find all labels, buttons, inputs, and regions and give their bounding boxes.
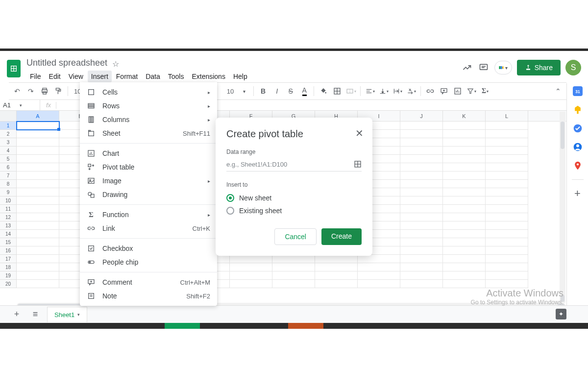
all-sheets-button[interactable]: ≡ bbox=[28, 308, 42, 321]
row-header[interactable]: 3 bbox=[0, 138, 17, 147]
cell[interactable] bbox=[443, 130, 486, 138]
cell[interactable] bbox=[272, 263, 315, 271]
cell[interactable] bbox=[443, 188, 486, 196]
cell[interactable] bbox=[400, 188, 443, 196]
vertical-scrollbar[interactable] bbox=[560, 112, 565, 303]
cell[interactable] bbox=[230, 255, 272, 263]
menu-extensions[interactable]: Extensions bbox=[188, 71, 228, 82]
cell[interactable] bbox=[400, 130, 443, 138]
menu-item-function[interactable]: ΣFunction▸ bbox=[80, 208, 217, 221]
close-icon[interactable]: ✕ bbox=[355, 127, 364, 139]
text-wrap-icon[interactable]: ▾ bbox=[392, 86, 403, 97]
column-header[interactable]: J bbox=[400, 111, 443, 121]
cell[interactable] bbox=[358, 280, 400, 288]
cell[interactable] bbox=[443, 155, 486, 163]
share-button[interactable]: Share bbox=[517, 60, 561, 75]
menu-format[interactable]: Format bbox=[113, 71, 141, 82]
meet-icon[interactable]: ▾ bbox=[494, 61, 512, 74]
cell[interactable] bbox=[17, 130, 59, 138]
menu-item-checkbox[interactable]: Checkbox bbox=[80, 242, 217, 255]
cell[interactable] bbox=[443, 213, 486, 221]
insert-link-icon[interactable] bbox=[425, 86, 436, 97]
doc-title[interactable]: Untitled spreadsheet bbox=[26, 58, 107, 68]
row-header[interactable]: 19 bbox=[0, 271, 17, 280]
cell[interactable] bbox=[17, 147, 59, 155]
maps-icon[interactable] bbox=[573, 161, 583, 171]
cell[interactable] bbox=[358, 263, 400, 271]
cell[interactable] bbox=[230, 263, 272, 271]
cell[interactable] bbox=[17, 255, 59, 263]
cell[interactable] bbox=[486, 138, 528, 147]
row-header[interactable]: 5 bbox=[0, 155, 17, 163]
menu-insert[interactable]: Insert bbox=[88, 71, 112, 82]
strikethrough-icon[interactable]: S bbox=[285, 86, 296, 97]
tasks-icon[interactable] bbox=[573, 123, 583, 133]
cell[interactable] bbox=[17, 221, 59, 230]
cell[interactable] bbox=[486, 221, 528, 230]
print-icon[interactable] bbox=[39, 86, 50, 97]
undo-icon[interactable]: ↶ bbox=[12, 86, 23, 97]
contacts-icon[interactable] bbox=[573, 142, 583, 152]
sheets-logo-icon[interactable] bbox=[7, 60, 21, 77]
row-header[interactable]: 9 bbox=[0, 188, 17, 196]
menu-item-image[interactable]: Image▸ bbox=[80, 174, 217, 188]
insert-chart-icon[interactable] bbox=[452, 86, 463, 97]
cell[interactable] bbox=[443, 221, 486, 230]
cell[interactable] bbox=[17, 238, 59, 246]
row-header[interactable]: 11 bbox=[0, 205, 17, 213]
cell[interactable] bbox=[486, 147, 528, 155]
select-all-corner[interactable] bbox=[0, 111, 17, 121]
cell[interactable] bbox=[400, 221, 443, 230]
cell[interactable] bbox=[272, 271, 315, 280]
cell[interactable] bbox=[272, 280, 315, 288]
cell[interactable] bbox=[400, 280, 443, 288]
cell[interactable] bbox=[486, 188, 528, 196]
cell[interactable] bbox=[486, 196, 528, 205]
cell[interactable] bbox=[486, 205, 528, 213]
cell[interactable] bbox=[443, 122, 486, 130]
menu-tools[interactable]: Tools bbox=[165, 71, 188, 82]
keep-icon[interactable] bbox=[573, 105, 583, 115]
filter-icon[interactable]: ▾ bbox=[466, 86, 477, 97]
cell[interactable] bbox=[486, 246, 528, 255]
cell[interactable] bbox=[443, 196, 486, 205]
row-header[interactable]: 17 bbox=[0, 255, 17, 263]
cell[interactable] bbox=[17, 205, 59, 213]
cell[interactable] bbox=[443, 138, 486, 147]
row-header[interactable]: 12 bbox=[0, 213, 17, 221]
cell[interactable] bbox=[17, 180, 59, 188]
borders-icon[interactable] bbox=[332, 86, 343, 97]
insert-comment-icon[interactable] bbox=[439, 86, 449, 97]
font-size[interactable]: 10 bbox=[225, 88, 236, 95]
cell[interactable] bbox=[400, 238, 443, 246]
menu-item-link[interactable]: LinkCtrl+K bbox=[80, 221, 217, 235]
cell[interactable] bbox=[400, 155, 443, 163]
star-icon[interactable]: ☆ bbox=[112, 59, 119, 69]
menu-item-columns[interactable]: Columns▸ bbox=[80, 113, 217, 126]
cell[interactable] bbox=[400, 255, 443, 263]
cell[interactable] bbox=[486, 280, 528, 288]
cell[interactable] bbox=[400, 205, 443, 213]
paint-format-icon[interactable] bbox=[53, 86, 64, 97]
menu-item-note[interactable]: NoteShift+F2 bbox=[80, 289, 217, 303]
row-header[interactable]: 4 bbox=[0, 147, 17, 155]
cell[interactable] bbox=[486, 213, 528, 221]
cell[interactable] bbox=[17, 155, 59, 163]
functions-icon[interactable]: Σ▾ bbox=[480, 86, 490, 97]
cell[interactable] bbox=[486, 163, 528, 172]
cell[interactable] bbox=[400, 213, 443, 221]
cell[interactable] bbox=[17, 230, 59, 238]
cell[interactable] bbox=[400, 196, 443, 205]
add-sheet-button[interactable]: + bbox=[10, 308, 24, 321]
account-avatar[interactable]: S bbox=[565, 60, 581, 75]
cell[interactable] bbox=[443, 205, 486, 213]
text-rotation-icon[interactable]: ▾ bbox=[406, 86, 416, 97]
data-range-input[interactable]: e.g., Sheet1!A1:D100 bbox=[226, 157, 362, 172]
cell[interactable] bbox=[443, 280, 486, 288]
row-header[interactable]: 18 bbox=[0, 263, 17, 271]
cell[interactable] bbox=[315, 255, 358, 263]
column-header[interactable]: A bbox=[17, 111, 59, 121]
cell[interactable] bbox=[443, 246, 486, 255]
cell[interactable] bbox=[315, 280, 358, 288]
cell[interactable] bbox=[400, 138, 443, 147]
